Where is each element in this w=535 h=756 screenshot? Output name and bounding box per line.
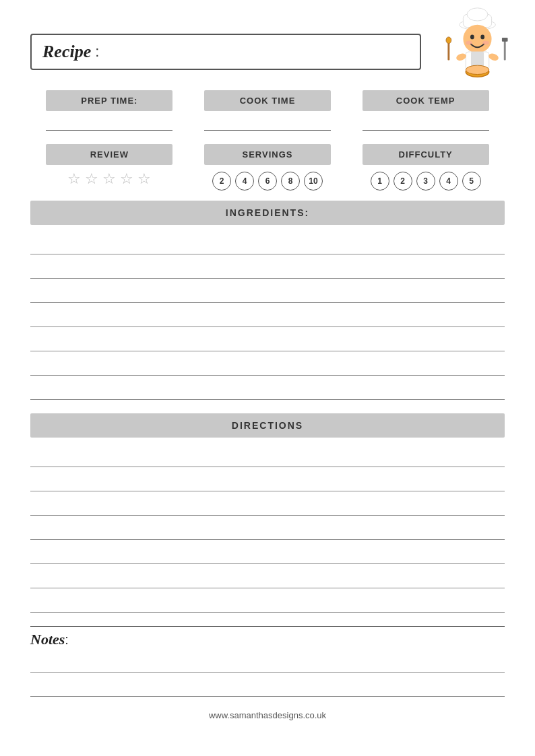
prep-time-label: PREP TIME:	[46, 90, 172, 111]
star-2[interactable]: ☆	[85, 172, 98, 186]
svg-point-10	[455, 53, 468, 62]
notes-line-1[interactable]	[30, 648, 505, 673]
stars-row: ☆ ☆ ☆ ☆ ☆	[67, 172, 151, 186]
ingredients-header: INGREDIENTS:	[30, 201, 505, 225]
ingredient-line-2[interactable]	[30, 254, 505, 279]
svg-point-13	[446, 37, 451, 44]
servings-col: SERVINGS 2 4 6 8 10	[189, 144, 347, 191]
direction-line-4[interactable]	[30, 516, 505, 540]
recipe-label: Recipe	[42, 42, 91, 62]
info-row: PREP TIME: COOK TIME COOK TEMP	[30, 90, 505, 131]
svg-point-4	[470, 35, 474, 40]
direction-line-6[interactable]	[30, 564, 505, 588]
footer: www.samanthasdesigns.co.uk	[30, 710, 505, 720]
direction-line-1[interactable]	[30, 443, 505, 467]
review-label: REVIEW	[46, 144, 172, 165]
cook-temp-col: COOK TEMP	[346, 90, 505, 131]
review-col: REVIEW ☆ ☆ ☆ ☆ ☆	[30, 144, 189, 186]
recipe-colon: :	[95, 43, 99, 61]
difficulty-2[interactable]: 2	[394, 172, 412, 191]
direction-line-2[interactable]	[30, 467, 505, 491]
svg-point-6	[466, 41, 472, 45]
svg-point-7	[482, 41, 489, 45]
notes-section: Notes :	[30, 626, 505, 697]
star-5[interactable]: ☆	[137, 172, 151, 186]
directions-header: DIRECTIONS	[30, 413, 505, 438]
ingredients-lines	[30, 230, 505, 400]
ingredient-line-1[interactable]	[30, 230, 505, 254]
cook-time-label: COOK TIME	[204, 90, 331, 111]
servings-2[interactable]: 2	[212, 172, 231, 191]
cook-temp-label: COOK TEMP	[363, 90, 489, 111]
notes-colon: :	[65, 632, 69, 648]
directions-section: DIRECTIONS	[30, 413, 505, 613]
ingredient-line-7[interactable]	[30, 376, 505, 400]
direction-line-7[interactable]	[30, 588, 505, 613]
directions-lines	[30, 443, 505, 613]
ingredient-line-3[interactable]	[30, 279, 505, 303]
notes-header-line: Notes :	[30, 626, 505, 648]
cook-time-col: COOK TIME	[189, 90, 347, 131]
difficulty-3[interactable]: 3	[416, 172, 435, 191]
direction-line-5[interactable]	[30, 540, 505, 564]
star-3[interactable]: ☆	[102, 172, 116, 186]
prep-time-line[interactable]	[46, 130, 172, 131]
servings-6[interactable]: 6	[258, 172, 277, 191]
difficulty-label: DIFFCULTY	[363, 144, 489, 165]
svg-rect-12	[447, 41, 449, 61]
svg-point-3	[463, 25, 491, 53]
difficulty-1[interactable]: 1	[371, 172, 389, 191]
cook-temp-line[interactable]	[363, 130, 489, 131]
notes-line-2[interactable]	[30, 673, 505, 697]
ingredient-line-5[interactable]	[30, 327, 505, 351]
recipe-title-box[interactable]: Recipe :	[30, 34, 421, 70]
cook-time-line[interactable]	[204, 130, 331, 131]
servings-4[interactable]: 4	[235, 172, 254, 191]
svg-point-11	[488, 53, 500, 62]
direction-line-3[interactable]	[30, 491, 505, 516]
servings-circles: 2 4 6 8 10	[212, 172, 323, 191]
svg-rect-14	[504, 41, 506, 61]
review-row: REVIEW ☆ ☆ ☆ ☆ ☆ SERVINGS 2 4 6 8 10 DIF…	[30, 144, 505, 191]
difficulty-5[interactable]: 5	[462, 172, 481, 191]
servings-10[interactable]: 10	[304, 172, 323, 191]
ingredient-line-6[interactable]	[30, 351, 505, 376]
difficulty-circles: 1 2 3 4 5	[371, 172, 481, 191]
notes-lines	[30, 648, 505, 697]
ingredients-section: INGREDIENTS:	[30, 201, 505, 400]
difficulty-4[interactable]: 4	[439, 172, 458, 191]
svg-rect-15	[502, 38, 508, 42]
prep-time-col: PREP TIME:	[30, 90, 189, 131]
ingredient-line-4[interactable]	[30, 303, 505, 327]
footer-url: www.samanthasdesigns.co.uk	[209, 710, 326, 720]
servings-label: SERVINGS	[204, 144, 331, 165]
notes-label: Notes	[30, 631, 65, 648]
difficulty-col: DIFFCULTY 1 2 3 4 5	[346, 144, 505, 191]
svg-point-5	[480, 35, 484, 40]
chef-illustration	[439, 5, 516, 83]
star-4[interactable]: ☆	[120, 172, 133, 186]
star-1[interactable]: ☆	[67, 172, 81, 186]
svg-point-2	[467, 8, 488, 21]
svg-point-17	[466, 65, 489, 74]
servings-8[interactable]: 8	[281, 172, 300, 191]
page: Recipe : PREP TIME: COOK TIME COOK TEMP …	[0, 0, 535, 756]
